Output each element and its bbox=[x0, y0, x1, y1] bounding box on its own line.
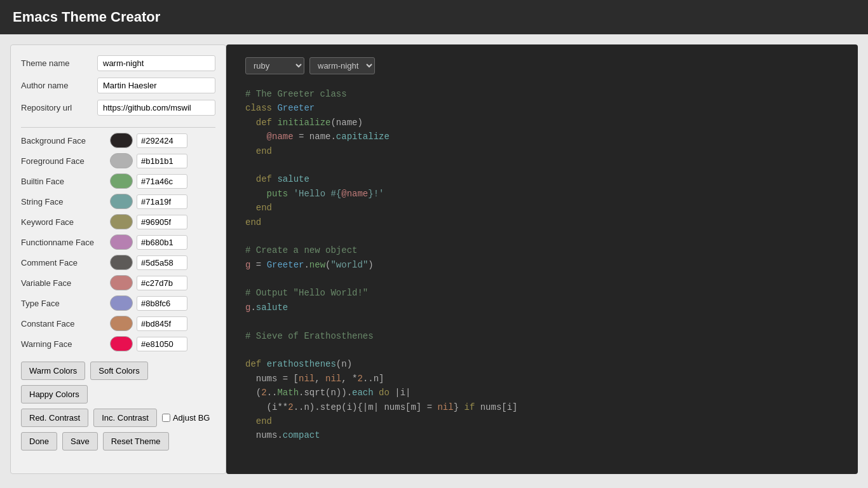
adjust-bg-checkbox[interactable] bbox=[162, 414, 170, 422]
code-line-17: nums = [nil, nil, *2..n] bbox=[245, 372, 839, 386]
red-contrast-button[interactable]: Red. Contrast bbox=[21, 409, 88, 427]
inc-contrast-button[interactable]: Inc. Contrast bbox=[93, 409, 157, 427]
comment-face-label: Comment Face bbox=[21, 258, 110, 268]
code-line-14: g.salute bbox=[245, 301, 839, 315]
code-line-18: (2..Math.sqrt(n)).each do |i| bbox=[245, 386, 839, 400]
repo-url-row: Repository url bbox=[21, 100, 215, 116]
code-line-19: (i**2..n).step(i){|m| nums[m] = nil} if … bbox=[245, 400, 839, 414]
code-line-20: end bbox=[245, 414, 839, 428]
code-toolbar: ruby python javascript warm-night defaul… bbox=[245, 57, 839, 74]
code-preview: ruby python javascript warm-night defaul… bbox=[226, 44, 858, 474]
author-name-label: Author name bbox=[21, 81, 97, 90]
code-line-blank2 bbox=[245, 272, 839, 286]
background-face-swatch[interactable] bbox=[110, 133, 133, 148]
author-name-input[interactable] bbox=[97, 78, 215, 93]
code-line-6 bbox=[245, 158, 839, 172]
code-line-blank1 bbox=[245, 229, 839, 243]
theme-select[interactable]: warm-night default bbox=[309, 57, 375, 74]
reset-theme-button[interactable]: Reset Theme bbox=[103, 432, 169, 451]
type-face-row: Type Face bbox=[21, 295, 215, 311]
code-line-blank4 bbox=[245, 343, 839, 357]
comment-face-row: Comment Face bbox=[21, 255, 215, 270]
code-line-11: # Create a new object bbox=[245, 243, 839, 257]
keyword-face-row: Keyword Face bbox=[21, 214, 215, 229]
warning-face-swatch[interactable] bbox=[110, 336, 133, 351]
variable-face-row: Variable Face bbox=[21, 275, 215, 290]
code-line-16: def erathosthenes(n) bbox=[245, 357, 839, 371]
action-buttons: Done Save Reset Theme bbox=[21, 432, 215, 451]
preset-buttons: Warm Colors Soft Colors Happy Colors bbox=[21, 362, 215, 403]
warning-face-input[interactable] bbox=[137, 337, 187, 351]
code-line-21: nums.compact bbox=[245, 428, 839, 442]
warning-face-row: Warning Face bbox=[21, 336, 215, 351]
code-line-9: end bbox=[245, 201, 839, 215]
repo-url-input[interactable] bbox=[97, 100, 215, 116]
author-name-row: Author name bbox=[21, 78, 215, 93]
theme-name-input[interactable] bbox=[97, 55, 215, 71]
code-line-15: # Sieve of Erathosthenes bbox=[245, 329, 839, 343]
code-line-3: def initialize(name) bbox=[245, 116, 839, 130]
warm-colors-button[interactable]: Warm Colors bbox=[21, 362, 85, 380]
string-face-row: String Face bbox=[21, 194, 215, 209]
builtin-face-label: Builtin Face bbox=[21, 177, 110, 186]
color-rows: Background FaceForeground FaceBuiltin Fa… bbox=[21, 133, 215, 356]
variable-face-swatch[interactable] bbox=[110, 275, 133, 290]
funcname-face-label: Functionname Face bbox=[21, 238, 110, 247]
save-button[interactable]: Save bbox=[62, 432, 98, 451]
funcname-face-row: Functionname Face bbox=[21, 234, 215, 250]
constant-face-row: Constant Face bbox=[21, 316, 215, 331]
foreground-face-label: Foreground Face bbox=[21, 156, 110, 166]
constant-face-swatch[interactable] bbox=[110, 316, 133, 331]
string-face-label: String Face bbox=[21, 197, 110, 207]
constant-face-input[interactable] bbox=[137, 316, 187, 331]
happy-colors-button[interactable]: Happy Colors bbox=[21, 385, 88, 403]
type-face-label: Type Face bbox=[21, 299, 110, 308]
code-block: # The Greeter class class Greeter def in… bbox=[245, 87, 839, 443]
warning-face-label: Warning Face bbox=[21, 339, 110, 349]
code-line-13: # Output "Hello World!" bbox=[245, 286, 839, 300]
foreground-face-swatch[interactable] bbox=[110, 153, 133, 168]
funcname-face-input[interactable] bbox=[137, 235, 187, 250]
keyword-face-swatch[interactable] bbox=[110, 214, 133, 229]
code-line-10: end bbox=[245, 215, 839, 229]
done-button[interactable]: Done bbox=[21, 432, 57, 451]
comment-face-input[interactable] bbox=[137, 255, 187, 270]
funcname-face-swatch[interactable] bbox=[110, 234, 133, 250]
type-face-swatch[interactable] bbox=[110, 295, 133, 311]
code-line-blank3 bbox=[245, 315, 839, 329]
code-line-12: g = Greeter.new("world") bbox=[245, 258, 839, 272]
theme-name-label: Theme name bbox=[21, 58, 97, 68]
repo-url-label: Repository url bbox=[21, 103, 97, 112]
string-face-swatch[interactable] bbox=[110, 194, 133, 209]
comment-face-swatch[interactable] bbox=[110, 255, 133, 270]
background-face-label: Background Face bbox=[21, 136, 110, 146]
code-line-7: def salute bbox=[245, 172, 839, 186]
soft-colors-button[interactable]: Soft Colors bbox=[90, 362, 147, 380]
variable-face-label: Variable Face bbox=[21, 278, 110, 288]
code-line-4: @name = name.capitalize bbox=[245, 130, 839, 144]
constant-face-label: Constant Face bbox=[21, 319, 110, 329]
code-line-2: class Greeter bbox=[245, 101, 839, 115]
code-line-5: end bbox=[245, 144, 839, 158]
contrast-buttons: Red. Contrast Inc. Contrast Adjust BG bbox=[21, 409, 215, 427]
theme-name-row: Theme name bbox=[21, 55, 215, 71]
keyword-face-label: Keyword Face bbox=[21, 217, 110, 227]
foreground-face-input[interactable] bbox=[137, 154, 187, 168]
background-face-row: Background Face bbox=[21, 133, 215, 148]
left-panel: Theme name Author name Repository url Ba… bbox=[10, 44, 226, 474]
keyword-face-input[interactable] bbox=[137, 215, 187, 229]
language-select[interactable]: ruby python javascript bbox=[245, 57, 304, 74]
type-face-input[interactable] bbox=[137, 296, 187, 311]
app-header: Emacs Theme Creator bbox=[0, 0, 868, 34]
foreground-face-row: Foreground Face bbox=[21, 153, 215, 168]
builtin-face-swatch[interactable] bbox=[110, 173, 133, 189]
code-line-1: # The Greeter class bbox=[245, 87, 839, 101]
app-title: Emacs Theme Creator bbox=[13, 9, 160, 25]
adjust-bg-label[interactable]: Adjust BG bbox=[162, 413, 210, 423]
builtin-face-row: Builtin Face bbox=[21, 173, 215, 189]
background-face-input[interactable] bbox=[137, 133, 187, 148]
variable-face-input[interactable] bbox=[137, 276, 187, 290]
string-face-input[interactable] bbox=[137, 194, 187, 209]
builtin-face-input[interactable] bbox=[137, 174, 187, 189]
code-line-8: puts 'Hello #{@name}!' bbox=[245, 187, 839, 201]
